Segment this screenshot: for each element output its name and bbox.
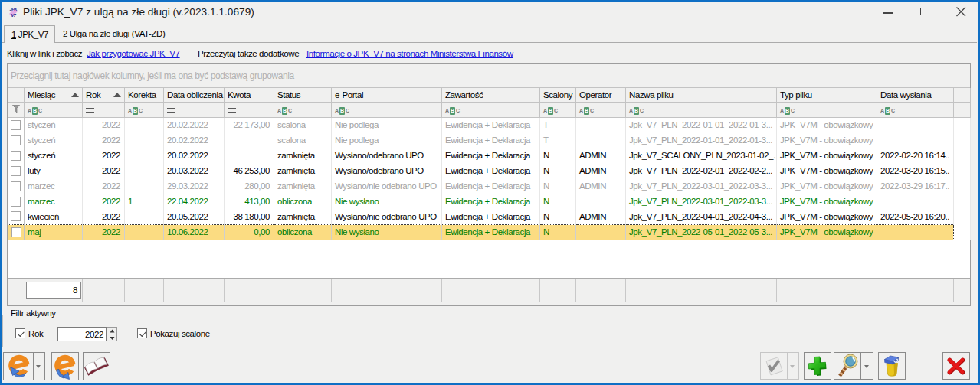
- svg-text:V7: V7: [11, 13, 17, 18]
- svg-text:JPK: JPK: [10, 7, 18, 11]
